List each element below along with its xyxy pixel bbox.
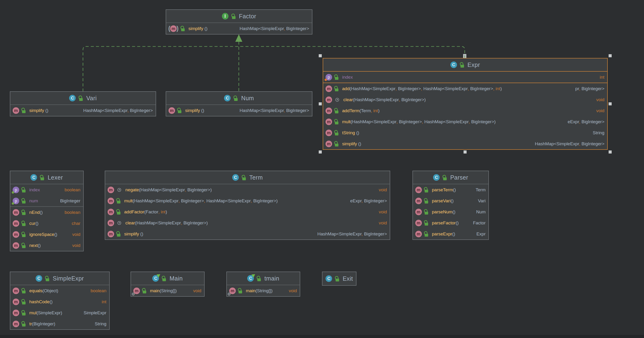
class-header[interactable]: CSimpleExpr — [10, 272, 109, 285]
field-modifier-dot-icon — [12, 202, 14, 205]
method-row[interactable]: m⚙main(String[])void — [131, 285, 204, 296]
class-header[interactable]: CParser — [413, 171, 488, 184]
member-return-type: Term — [459, 184, 486, 195]
method-row[interactable]: mcur()char — [10, 218, 83, 229]
code-token: BigInteger> — [397, 86, 421, 91]
field-row[interactable]: pindexboolean — [10, 184, 83, 195]
member-signature: simplify () — [124, 231, 143, 237]
code-token: () — [40, 210, 43, 215]
class-icon: C — [30, 174, 37, 181]
class-header[interactable]: CMain — [131, 272, 204, 285]
public-lock-icon — [238, 288, 242, 293]
member-signature: parseExpr() — [432, 231, 455, 237]
class-header[interactable]: Ctmain — [227, 272, 300, 285]
class-header[interactable]: CVari — [10, 92, 156, 105]
selection-handle-mid-right[interactable] — [608, 102, 612, 105]
method-row[interactable]: maddTerm(Term, int)void — [323, 105, 607, 116]
method-name: nEnd — [29, 210, 40, 215]
method-row[interactable]: mmult(HashMap<SimpleExpr, BigInteger>, H… — [323, 116, 607, 127]
method-row[interactable]: msimplify ()HashMap<SimpleExpr, BigInteg… — [105, 228, 390, 239]
class-header[interactable]: CNum — [166, 92, 312, 105]
class-header[interactable]: CExpr — [323, 58, 607, 72]
method-icon: m — [108, 187, 114, 193]
class-node-exit[interactable]: CExit — [322, 272, 356, 286]
class-header[interactable]: CTerm — [105, 171, 390, 184]
method-row[interactable]: mclear(HashMap<SimpleExpr, BigInteger>)v… — [105, 217, 390, 228]
code-token: (String[]) — [256, 288, 272, 293]
method-row[interactable]: msimplify ()HashMap<SimpleExpr, BigInteg… — [323, 138, 607, 149]
return-type-text: boolean — [64, 210, 80, 215]
code-token: HashMap<SimpleExpr — [423, 119, 469, 124]
method-row[interactable]: mnegate(HashMap<SimpleExpr, BigInteger>)… — [105, 184, 390, 195]
code-token: (HashMap<SimpleExpr — [353, 97, 399, 102]
method-row[interactable]: mmult(HashMap<SimpleExpr, BigInteger>, H… — [105, 195, 390, 206]
method-row[interactable]: mclear(HashMap<SimpleExpr, BigInteger>)v… — [323, 94, 607, 105]
method-row[interactable]: msimplify ()HashMap<SimpleExpr, BigInteg… — [166, 105, 312, 116]
uml-diagram-canvas[interactable]: { "theme": { "canvas_bg": "#2c2e30", "no… — [0, 0, 644, 338]
method-row[interactable]: mparseFactor()Factor — [413, 217, 488, 228]
method-row[interactable]: (m)simplify ()HashMap<SimpleExpr, BigInt… — [166, 23, 312, 34]
code-token: ) — [500, 86, 502, 91]
method-row[interactable]: mequals(Object)boolean — [10, 285, 109, 296]
code-token: (Term — [360, 108, 371, 113]
code-token: (HashMap<SimpleExpr — [135, 220, 181, 226]
class-node-simpleexpr[interactable]: CSimpleExprmequals(Object)booleanmhashCo… — [10, 272, 110, 330]
class-node-tmain[interactable]: Ctmainm⚙main(String[])void — [226, 272, 300, 297]
method-row[interactable]: mhashCode()int — [10, 296, 109, 307]
class-node-vari[interactable]: CVarimsimplify ()HashMap<SimpleExpr, Big… — [10, 91, 156, 116]
code-token: BigInteger>) — [400, 97, 426, 102]
method-row[interactable]: maddFactor(Factor, int)void — [105, 206, 390, 217]
class-header[interactable]: IFactor — [166, 10, 312, 23]
class-title: Num — [241, 95, 254, 102]
class-header[interactable]: CLexer — [10, 171, 83, 184]
class-node-term[interactable]: CTermmnegate(HashMap<SimpleExpr, BigInte… — [105, 171, 390, 240]
field-row[interactable]: pnumBigInteger — [10, 195, 83, 206]
method-row[interactable]: mtr(BigInteger)String — [10, 318, 109, 329]
class-node-num[interactable]: CNummsimplify ()HashMap<SimpleExpr, BigI… — [166, 91, 312, 116]
class-node-parser[interactable]: CParsermparseTerm()TermmparseVari()Varim… — [412, 171, 489, 240]
class-node-expr[interactable]: CExprpindexintmadd(HashMap<SimpleExpr, B… — [323, 58, 608, 150]
code-token: HashMap<SimpleExpr — [422, 86, 468, 91]
selection-handle-bottom-mid[interactable] — [464, 150, 466, 153]
selection-handle-mid-left[interactable] — [319, 102, 322, 105]
method-row[interactable]: mmul(SimpleExpr)SimpleExpr — [10, 307, 109, 318]
code-token: () — [357, 141, 361, 146]
member-signature: mult(HashMap<SimpleExpr, BigInteger>, Ha… — [342, 119, 496, 124]
code-token: (SimpleExpr) — [36, 310, 62, 315]
method-row[interactable]: mignoreSpace()void — [10, 229, 83, 240]
selection-handle-top-right[interactable] — [608, 54, 612, 57]
return-type-text: boolean — [90, 288, 106, 293]
selection-handle-bottom-right[interactable] — [608, 150, 612, 153]
method-row[interactable]: mparseTerm()Term — [413, 184, 488, 195]
public-lock-icon — [334, 74, 339, 80]
class-header[interactable]: CExit — [322, 272, 356, 285]
code-token: int — [496, 86, 500, 91]
method-row[interactable]: msimplify ()HashMap<SimpleExpr, BigInteg… — [10, 105, 156, 116]
method-name: ignoreSpace — [29, 232, 54, 237]
return-type-text: Num — [476, 209, 486, 215]
member-signature: negate(HashMap<SimpleExpr, BigInteger>) — [126, 187, 212, 193]
method-row[interactable]: m⚙main(String[])void — [227, 285, 300, 296]
method-row[interactable]: mparseExpr()Expr — [413, 228, 488, 239]
class-node-main[interactable]: CMainm⚙main(String[])void — [130, 272, 204, 297]
method-name: parseVari — [432, 198, 451, 204]
field-row[interactable]: pindexint — [323, 72, 607, 83]
class-node-lexer[interactable]: CLexerpindexbooleanpnumBigIntegermnEnd()… — [10, 171, 84, 251]
selection-handle-bottom-left[interactable] — [319, 150, 322, 153]
selection-handle-top-left[interactable] — [319, 54, 322, 57]
member-return-type: eExpr, BigInteger> — [280, 195, 387, 206]
member-return-type: char — [41, 218, 80, 229]
method-row[interactable]: mparseNum()Num — [413, 206, 488, 217]
method-row[interactable]: mparseVari()Vari — [413, 195, 488, 206]
method-row[interactable]: mnEnd()boolean — [10, 207, 83, 218]
class-node-factor[interactable]: IFactor(m)simplify ()HashMap<SimpleExpr,… — [166, 10, 312, 35]
method-row[interactable]: mnext()void — [10, 240, 83, 251]
public-lock-icon — [22, 310, 26, 315]
method-row[interactable]: madd(HashMap<SimpleExpr, BigInteger>, Ha… — [323, 83, 607, 94]
member-signature: next() — [29, 243, 41, 248]
code-token: () — [452, 209, 456, 215]
code-token: void — [379, 187, 387, 192]
return-type-text: Term — [476, 187, 486, 193]
method-row[interactable]: mtString ()String — [323, 127, 607, 138]
member-return-type: SimpleExpr — [65, 307, 106, 318]
